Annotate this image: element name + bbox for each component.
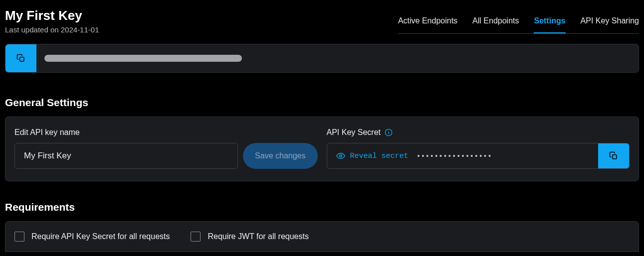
tab-bar: Active Endpoints All Endpoints Settings … [398, 12, 639, 34]
general-settings-card: Edit API key name Save changes API Key S… [5, 117, 639, 181]
eye-icon [336, 151, 345, 160]
requirements-card: Require API Key Secret for all requests … [5, 221, 639, 252]
require-jwt-checkbox-item[interactable]: Require JWT for all requests [191, 232, 308, 242]
svg-point-4 [339, 155, 342, 157]
secret-masked-value: ••••••••••••••••• [409, 152, 598, 160]
edit-api-key-name-label: Edit API key name [14, 128, 318, 137]
api-key-name-input[interactable] [14, 143, 238, 169]
reveal-secret-label: Reveal secret [350, 152, 409, 160]
tab-all-endpoints[interactable]: All Endpoints [472, 12, 519, 33]
svg-rect-5 [613, 155, 617, 159]
copy-key-button[interactable] [5, 44, 36, 72]
info-icon[interactable] [385, 128, 393, 136]
reveal-secret-button[interactable]: Reveal secret [327, 151, 409, 160]
api-key-bar [5, 44, 639, 73]
api-key-masked [36, 44, 639, 72]
requirements-heading: Requirements [5, 201, 639, 213]
save-changes-button[interactable]: Save changes [243, 143, 317, 169]
copy-icon [609, 151, 618, 160]
tab-api-key-sharing[interactable]: API Key Sharing [581, 12, 639, 33]
api-key-secret-label: API Key Secret [327, 128, 381, 137]
require-jwt-label: Require JWT for all requests [208, 232, 308, 241]
api-key-secret-field: Reveal secret ••••••••••••••••• [327, 143, 630, 169]
copy-secret-button[interactable] [598, 143, 629, 168]
checkbox-icon [191, 232, 201, 242]
checkbox-icon [14, 232, 24, 242]
require-secret-label: Require API Key Secret for all requests [31, 232, 170, 241]
last-updated-text: Last updated on 2024-11-01 [5, 25, 99, 34]
tab-settings[interactable]: Settings [534, 12, 565, 33]
page-title: My First Key [5, 8, 99, 23]
require-secret-checkbox-item[interactable]: Require API Key Secret for all requests [14, 232, 170, 242]
mask-bar [44, 55, 242, 62]
tab-active-endpoints[interactable]: Active Endpoints [398, 12, 457, 33]
svg-rect-0 [20, 57, 24, 61]
copy-icon [16, 54, 25, 63]
general-settings-heading: General Settings [5, 97, 639, 109]
